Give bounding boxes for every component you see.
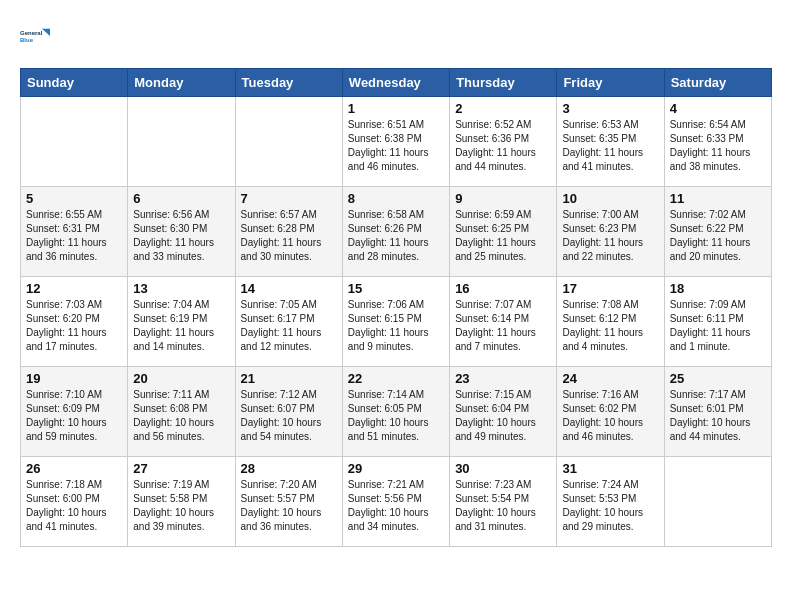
day-number: 21: [241, 371, 337, 386]
day-number: 12: [26, 281, 122, 296]
calendar-cell: 13Sunrise: 7:04 AM Sunset: 6:19 PM Dayli…: [128, 277, 235, 367]
day-number: 9: [455, 191, 551, 206]
day-header-saturday: Saturday: [664, 69, 771, 97]
day-info: Sunrise: 7:10 AM Sunset: 6:09 PM Dayligh…: [26, 388, 122, 444]
day-number: 2: [455, 101, 551, 116]
day-number: 13: [133, 281, 229, 296]
calendar-cell: 22Sunrise: 7:14 AM Sunset: 6:05 PM Dayli…: [342, 367, 449, 457]
day-info: Sunrise: 7:19 AM Sunset: 5:58 PM Dayligh…: [133, 478, 229, 534]
calendar-cell: 7Sunrise: 6:57 AM Sunset: 6:28 PM Daylig…: [235, 187, 342, 277]
calendar-cell: 6Sunrise: 6:56 AM Sunset: 6:30 PM Daylig…: [128, 187, 235, 277]
calendar-cell: 2Sunrise: 6:52 AM Sunset: 6:36 PM Daylig…: [450, 97, 557, 187]
calendar-cell: [664, 457, 771, 547]
calendar-cell: [128, 97, 235, 187]
calendar-cell: 1Sunrise: 6:51 AM Sunset: 6:38 PM Daylig…: [342, 97, 449, 187]
day-info: Sunrise: 7:14 AM Sunset: 6:05 PM Dayligh…: [348, 388, 444, 444]
calendar-cell: 8Sunrise: 6:58 AM Sunset: 6:26 PM Daylig…: [342, 187, 449, 277]
calendar-cell: 24Sunrise: 7:16 AM Sunset: 6:02 PM Dayli…: [557, 367, 664, 457]
day-info: Sunrise: 7:06 AM Sunset: 6:15 PM Dayligh…: [348, 298, 444, 354]
day-info: Sunrise: 6:59 AM Sunset: 6:25 PM Dayligh…: [455, 208, 551, 264]
calendar-week-1: 1Sunrise: 6:51 AM Sunset: 6:38 PM Daylig…: [21, 97, 772, 187]
day-info: Sunrise: 6:53 AM Sunset: 6:35 PM Dayligh…: [562, 118, 658, 174]
day-info: Sunrise: 6:56 AM Sunset: 6:30 PM Dayligh…: [133, 208, 229, 264]
day-info: Sunrise: 7:04 AM Sunset: 6:19 PM Dayligh…: [133, 298, 229, 354]
day-number: 26: [26, 461, 122, 476]
day-number: 3: [562, 101, 658, 116]
calendar-cell: 16Sunrise: 7:07 AM Sunset: 6:14 PM Dayli…: [450, 277, 557, 367]
svg-text:General: General: [20, 30, 43, 36]
day-info: Sunrise: 7:11 AM Sunset: 6:08 PM Dayligh…: [133, 388, 229, 444]
day-info: Sunrise: 6:55 AM Sunset: 6:31 PM Dayligh…: [26, 208, 122, 264]
logo-icon: GeneralBlue: [20, 20, 52, 52]
calendar-cell: 15Sunrise: 7:06 AM Sunset: 6:15 PM Dayli…: [342, 277, 449, 367]
day-number: 5: [26, 191, 122, 206]
day-info: Sunrise: 7:05 AM Sunset: 6:17 PM Dayligh…: [241, 298, 337, 354]
calendar-cell: 31Sunrise: 7:24 AM Sunset: 5:53 PM Dayli…: [557, 457, 664, 547]
day-number: 25: [670, 371, 766, 386]
day-header-thursday: Thursday: [450, 69, 557, 97]
day-header-monday: Monday: [128, 69, 235, 97]
calendar-cell: 11Sunrise: 7:02 AM Sunset: 6:22 PM Dayli…: [664, 187, 771, 277]
day-number: 6: [133, 191, 229, 206]
day-info: Sunrise: 7:00 AM Sunset: 6:23 PM Dayligh…: [562, 208, 658, 264]
day-number: 16: [455, 281, 551, 296]
calendar-cell: 28Sunrise: 7:20 AM Sunset: 5:57 PM Dayli…: [235, 457, 342, 547]
day-info: Sunrise: 7:17 AM Sunset: 6:01 PM Dayligh…: [670, 388, 766, 444]
day-info: Sunrise: 7:20 AM Sunset: 5:57 PM Dayligh…: [241, 478, 337, 534]
calendar-cell: 12Sunrise: 7:03 AM Sunset: 6:20 PM Dayli…: [21, 277, 128, 367]
day-info: Sunrise: 7:08 AM Sunset: 6:12 PM Dayligh…: [562, 298, 658, 354]
calendar-cell: 17Sunrise: 7:08 AM Sunset: 6:12 PM Dayli…: [557, 277, 664, 367]
calendar-cell: 3Sunrise: 6:53 AM Sunset: 6:35 PM Daylig…: [557, 97, 664, 187]
day-header-wednesday: Wednesday: [342, 69, 449, 97]
day-info: Sunrise: 6:54 AM Sunset: 6:33 PM Dayligh…: [670, 118, 766, 174]
day-info: Sunrise: 7:16 AM Sunset: 6:02 PM Dayligh…: [562, 388, 658, 444]
day-info: Sunrise: 7:09 AM Sunset: 6:11 PM Dayligh…: [670, 298, 766, 354]
day-number: 15: [348, 281, 444, 296]
calendar-cell: 9Sunrise: 6:59 AM Sunset: 6:25 PM Daylig…: [450, 187, 557, 277]
svg-text:Blue: Blue: [20, 37, 34, 43]
calendar-cell: 4Sunrise: 6:54 AM Sunset: 6:33 PM Daylig…: [664, 97, 771, 187]
calendar-cell: 14Sunrise: 7:05 AM Sunset: 6:17 PM Dayli…: [235, 277, 342, 367]
day-info: Sunrise: 7:23 AM Sunset: 5:54 PM Dayligh…: [455, 478, 551, 534]
day-number: 7: [241, 191, 337, 206]
calendar-week-5: 26Sunrise: 7:18 AM Sunset: 6:00 PM Dayli…: [21, 457, 772, 547]
day-info: Sunrise: 7:21 AM Sunset: 5:56 PM Dayligh…: [348, 478, 444, 534]
day-number: 20: [133, 371, 229, 386]
day-number: 11: [670, 191, 766, 206]
day-number: 18: [670, 281, 766, 296]
day-number: 31: [562, 461, 658, 476]
day-number: 27: [133, 461, 229, 476]
day-number: 28: [241, 461, 337, 476]
calendar-cell: 18Sunrise: 7:09 AM Sunset: 6:11 PM Dayli…: [664, 277, 771, 367]
calendar-cell: 26Sunrise: 7:18 AM Sunset: 6:00 PM Dayli…: [21, 457, 128, 547]
day-info: Sunrise: 7:18 AM Sunset: 6:00 PM Dayligh…: [26, 478, 122, 534]
day-number: 22: [348, 371, 444, 386]
day-info: Sunrise: 6:51 AM Sunset: 6:38 PM Dayligh…: [348, 118, 444, 174]
calendar-week-2: 5Sunrise: 6:55 AM Sunset: 6:31 PM Daylig…: [21, 187, 772, 277]
calendar-cell: 25Sunrise: 7:17 AM Sunset: 6:01 PM Dayli…: [664, 367, 771, 457]
calendar-cell: 30Sunrise: 7:23 AM Sunset: 5:54 PM Dayli…: [450, 457, 557, 547]
calendar-table: SundayMondayTuesdayWednesdayThursdayFrid…: [20, 68, 772, 547]
day-header-friday: Friday: [557, 69, 664, 97]
day-number: 29: [348, 461, 444, 476]
day-number: 14: [241, 281, 337, 296]
day-number: 24: [562, 371, 658, 386]
calendar-cell: 27Sunrise: 7:19 AM Sunset: 5:58 PM Dayli…: [128, 457, 235, 547]
calendar-week-4: 19Sunrise: 7:10 AM Sunset: 6:09 PM Dayli…: [21, 367, 772, 457]
day-info: Sunrise: 6:58 AM Sunset: 6:26 PM Dayligh…: [348, 208, 444, 264]
svg-marker-2: [42, 29, 50, 36]
day-header-sunday: Sunday: [21, 69, 128, 97]
calendar-header-row: SundayMondayTuesdayWednesdayThursdayFrid…: [21, 69, 772, 97]
calendar-cell: 23Sunrise: 7:15 AM Sunset: 6:04 PM Dayli…: [450, 367, 557, 457]
calendar-week-3: 12Sunrise: 7:03 AM Sunset: 6:20 PM Dayli…: [21, 277, 772, 367]
day-number: 1: [348, 101, 444, 116]
page-header: GeneralBlue: [20, 20, 772, 52]
day-info: Sunrise: 6:57 AM Sunset: 6:28 PM Dayligh…: [241, 208, 337, 264]
day-number: 10: [562, 191, 658, 206]
day-info: Sunrise: 7:02 AM Sunset: 6:22 PM Dayligh…: [670, 208, 766, 264]
calendar-cell: 21Sunrise: 7:12 AM Sunset: 6:07 PM Dayli…: [235, 367, 342, 457]
day-number: 17: [562, 281, 658, 296]
day-info: Sunrise: 7:15 AM Sunset: 6:04 PM Dayligh…: [455, 388, 551, 444]
day-info: Sunrise: 7:12 AM Sunset: 6:07 PM Dayligh…: [241, 388, 337, 444]
day-info: Sunrise: 7:24 AM Sunset: 5:53 PM Dayligh…: [562, 478, 658, 534]
